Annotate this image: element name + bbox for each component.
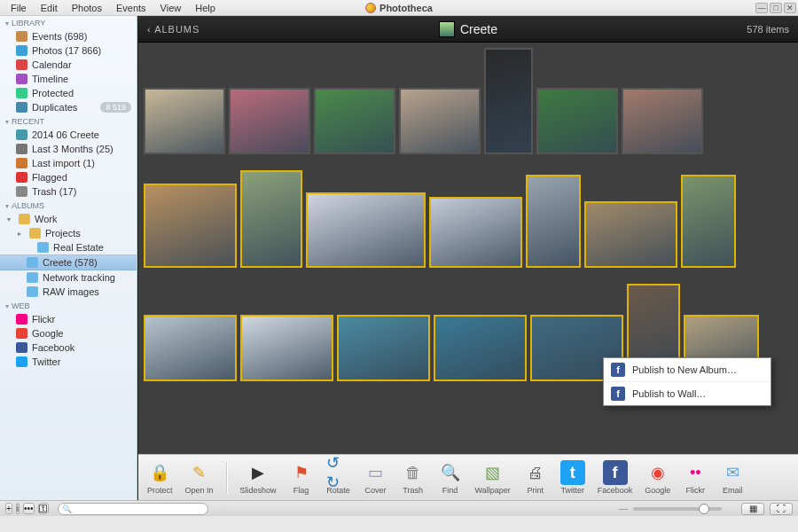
toolbar-wallpaper-button[interactable]: ▧Wallpaper [475, 460, 511, 495]
thumbnail-grid[interactable]: f Publish to New Album… f Publish to Wal… [138, 43, 798, 454]
sidebar-item[interactable]: RAW images [0, 285, 137, 299]
photo-thumbnail[interactable] [306, 192, 426, 268]
toolbar-twitter-button[interactable]: tTwitter [560, 460, 585, 495]
sidebar-item[interactable]: Flickr [0, 312, 137, 326]
menu-help[interactable]: Help [188, 2, 223, 14]
photo-thumbnail[interactable] [144, 184, 237, 268]
content-pane: ‹ ALBUMS Creete 578 items f Publish to N… [137, 16, 798, 500]
thumb-row [144, 170, 793, 268]
item-icon [16, 158, 27, 168]
photo-thumbnail[interactable] [584, 201, 677, 268]
disclosure-icon[interactable]: ▸ [18, 230, 25, 238]
sidebar-item[interactable]: Google [0, 326, 137, 340]
sidebar-item[interactable]: Calendar [0, 58, 137, 72]
sidebar-item[interactable]: Flagged [0, 170, 137, 184]
sidebar-item[interactable]: Protected [0, 86, 137, 100]
toolbar-label: Trash [403, 486, 423, 495]
sidebar-item[interactable]: ▾Work [0, 212, 137, 226]
search-input[interactable]: 🔍 [58, 503, 208, 515]
section-albums[interactable]: ALBUMS [0, 199, 137, 212]
photo-thumbnail[interactable] [484, 48, 533, 154]
sidebar-item[interactable]: Facebook [0, 340, 137, 355]
view-mode-full[interactable]: ⛶ [770, 503, 793, 515]
toolbar-google-button[interactable]: ◉Google [645, 460, 670, 495]
item-icon [16, 45, 27, 56]
footer-button[interactable]: i [16, 503, 20, 514]
zoom-slider[interactable] [633, 507, 722, 511]
sidebar-item[interactable]: Last import (1) [0, 156, 137, 170]
toolbar-cover-button[interactable]: ▭Cover [364, 460, 388, 495]
footer-button[interactable]: ••• [23, 503, 35, 514]
context-menu-item-new-album[interactable]: f Publish to New Album… [604, 358, 771, 382]
maximize-button[interactable]: □ [770, 3, 782, 13]
find-icon: 🔍 [438, 460, 463, 485]
sidebar-item[interactable]: Last 3 Months (25) [0, 142, 137, 156]
photo-thumbnail[interactable] [144, 315, 237, 381]
sidebar-item[interactable]: Creete (578) [0, 254, 137, 270]
minimize-button[interactable]: — [755, 3, 768, 13]
photo-thumbnail[interactable] [526, 175, 581, 268]
toolbar-open in-button[interactable]: ✎Open In [185, 460, 214, 495]
toolbar-flag-button[interactable]: ⚑Flag [289, 460, 314, 495]
item-label: Facebook [32, 342, 74, 353]
photo-thumbnail[interactable] [314, 88, 395, 154]
sidebar-item[interactable]: Events (698) [0, 29, 137, 43]
item-icon [16, 129, 27, 140]
menu-photos[interactable]: Photos [65, 2, 109, 14]
menu-edit[interactable]: Edit [34, 2, 65, 14]
sidebar-item[interactable]: Trash (17) [0, 184, 137, 199]
sidebar-item[interactable]: Real Estate [0, 240, 137, 254]
item-count: 578 items [747, 24, 789, 35]
item-icon [19, 214, 30, 224]
photo-thumbnail[interactable] [622, 88, 703, 154]
photo-thumbnail[interactable] [399, 88, 481, 154]
photo-thumbnail[interactable] [429, 197, 522, 268]
item-icon [16, 74, 27, 84]
toolbar-trash-button[interactable]: 🗑Trash [401, 460, 426, 495]
back-to-albums[interactable]: ‹ ALBUMS [147, 24, 200, 35]
photo-thumbnail[interactable] [536, 88, 618, 154]
toolbar-find-button[interactable]: 🔍Find [438, 460, 463, 495]
section-library[interactable]: LIBRARY [0, 16, 137, 29]
toolbar-flickr-button[interactable]: ••Flickr [683, 460, 708, 495]
item-icon [16, 88, 27, 98]
photo-thumbnail[interactable] [229, 88, 310, 154]
close-button[interactable]: ✕ [784, 3, 796, 13]
menu-view[interactable]: View [153, 2, 189, 14]
photo-thumbnail[interactable] [240, 170, 302, 268]
item-icon [16, 356, 27, 367]
photo-thumbnail[interactable] [337, 315, 430, 381]
footer-button[interactable]: + [5, 503, 12, 514]
toolbar-email-button[interactable]: ✉Email [720, 460, 745, 495]
toolbar-print-button[interactable]: 🖨Print [523, 460, 548, 495]
zoom-out-icon[interactable]: — [619, 504, 628, 513]
toolbar-protect-button[interactable]: 🔒Protect [147, 460, 173, 495]
toolbar-slideshow-button[interactable]: ▶Slideshow [240, 460, 277, 495]
menu-events[interactable]: Events [109, 2, 153, 14]
photo-thumbnail[interactable] [144, 88, 225, 154]
sidebar-item[interactable]: 2014 06 Creete [0, 128, 137, 142]
context-menu-item-wall[interactable]: f Publish to Wall… [604, 382, 771, 405]
album-cover-icon [439, 21, 455, 37]
sidebar-item[interactable]: Duplicates8 519 [0, 100, 137, 114]
item-icon [16, 31, 27, 42]
sidebar-item[interactable]: Network tracking [0, 270, 137, 285]
sidebar-item[interactable]: Timeline [0, 72, 137, 86]
photo-thumbnail[interactable] [240, 315, 333, 381]
sidebar-item[interactable]: ▸Projects [0, 226, 137, 240]
toolbar-rotate-button[interactable]: ↺ ↻Rotate [326, 460, 351, 495]
photo-thumbnail[interactable] [434, 315, 527, 381]
toolbar-facebook-button[interactable]: fFacebook [598, 460, 633, 495]
sidebar-item[interactable]: Twitter [0, 355, 137, 369]
menu-file[interactable]: File [4, 2, 34, 14]
footer-button[interactable]: ⚿ [38, 503, 49, 514]
sidebar-item[interactable]: Photos (17 866) [0, 43, 137, 58]
section-web[interactable]: WEB [0, 299, 137, 312]
open in-icon: ✎ [187, 460, 212, 485]
photo-thumbnail[interactable] [681, 175, 736, 268]
email-icon: ✉ [720, 460, 745, 485]
disclosure-icon[interactable]: ▾ [7, 215, 14, 223]
section-recent[interactable]: RECENT [0, 114, 137, 128]
item-label: Duplicates [32, 102, 77, 113]
view-mode-grid[interactable]: ▦ [741, 503, 764, 515]
